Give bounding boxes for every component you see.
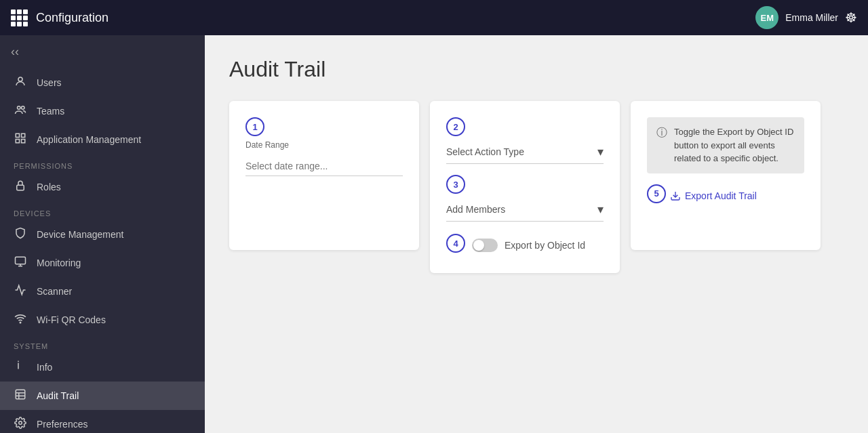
sidebar-item-roles[interactable]: Roles [0, 173, 205, 201]
app-mgmt-icon [14, 132, 27, 147]
svg-rect-6 [22, 140, 25, 143]
step-badge-4: 4 [446, 234, 465, 253]
user-name: Emma Miller [785, 12, 838, 23]
svg-rect-7 [17, 185, 24, 190]
audit-trail-icon [14, 388, 27, 403]
sidebar-label-monitoring: Monitoring [37, 257, 81, 268]
scanner-icon [14, 284, 27, 299]
svg-rect-3 [16, 133, 19, 137]
sidebar-label-device-mgmt: Device Management [37, 229, 123, 240]
svg-rect-14 [16, 390, 25, 399]
sidebar-label-info: Info [37, 362, 52, 373]
sidebar-label-audit-trail: Audit Trail [37, 390, 79, 401]
svg-point-18 [19, 421, 22, 425]
sidebar-label-teams: Teams [37, 106, 64, 117]
sidebar-label-wifi-qr: Wi-Fi QR Codes [37, 314, 106, 325]
roles-icon [14, 180, 27, 194]
sidebar-item-wifi-qr[interactable]: Wi-Fi QR Codes [0, 306, 205, 334]
teams-icon [14, 104, 27, 119]
sidebar-label-users: Users [37, 77, 62, 88]
sidebar-item-audit-trail[interactable]: Audit Trail [0, 382, 205, 410]
main-layout: ‹‹ Users Teams Application Management PE… [0, 35, 868, 433]
card-date-range: 1 Date Range [229, 101, 419, 250]
topbar-right: EM Emma Miller ☸ [755, 6, 857, 29]
export-by-object-row: 4 Export by Object Id [446, 234, 604, 257]
step-badge-5: 5 [647, 184, 666, 203]
info-text: Toggle the Export by Object ID button to… [674, 125, 795, 165]
svg-rect-5 [16, 140, 19, 143]
devices-label: DEVICES [0, 201, 205, 220]
sidebar-item-users[interactable]: Users [0, 68, 205, 97]
sidebar: ‹‹ Users Teams Application Management PE… [0, 35, 205, 433]
export-object-toggle[interactable] [472, 239, 498, 252]
date-range-label: Date Range [245, 140, 403, 150]
info-box: ⓘ Toggle the Export by Object ID button … [647, 117, 804, 173]
topbar-left: Configuration [11, 9, 108, 26]
topbar: Configuration EM Emma Miller ☸ [0, 0, 868, 35]
sidebar-collapse-button[interactable]: ‹‹ [0, 35, 205, 68]
add-members-dropdown[interactable]: Add Members ▾ [446, 198, 604, 222]
main-content: Audit Trail 1 Date Range 2 Select Action… [205, 35, 868, 433]
svg-point-11 [20, 322, 21, 323]
users-icon [14, 75, 27, 90]
preferences-icon [14, 417, 27, 432]
monitoring-icon [14, 255, 27, 270]
action-type-label: Select Action Type [446, 146, 524, 157]
sidebar-label-scanner: Scanner [37, 286, 72, 297]
action-type-arrow-icon: ▾ [597, 144, 604, 159]
step-badge-3: 3 [446, 175, 465, 194]
info-icon [14, 360, 27, 375]
sidebar-item-app-mgmt[interactable]: Application Management [0, 125, 205, 154]
card-action: 2 Select Action Type ▾ 3 Add Members ▾ 4 [430, 101, 620, 273]
add-members-arrow-icon: ▾ [597, 202, 604, 217]
svg-rect-4 [22, 133, 25, 137]
page-title: Audit Trail [229, 57, 844, 82]
info-circle-icon: ⓘ [656, 126, 667, 140]
step-badge-2: 2 [446, 117, 465, 136]
export-object-label: Export by Object Id [505, 240, 585, 251]
svg-point-0 [18, 77, 22, 81]
add-members-label: Add Members [446, 204, 505, 215]
sidebar-label-roles: Roles [37, 182, 61, 192]
sidebar-item-scanner[interactable]: Scanner [0, 277, 205, 306]
sidebar-item-info[interactable]: Info [0, 353, 205, 382]
grid-icon[interactable] [11, 9, 28, 26]
svg-point-2 [22, 106, 25, 110]
sidebar-item-monitoring[interactable]: Monitoring [0, 249, 205, 277]
date-range-input[interactable] [245, 157, 403, 176]
device-mgmt-icon [14, 227, 27, 242]
app-title: Configuration [36, 11, 108, 25]
sidebar-item-teams[interactable]: Teams [0, 97, 205, 125]
sidebar-label-app-mgmt: Application Management [37, 134, 141, 145]
wifi-icon [14, 312, 27, 327]
permissions-label: PERMISSIONS [0, 154, 205, 173]
step-badge-1: 1 [245, 117, 264, 136]
svg-rect-8 [16, 257, 26, 264]
cards-row: 1 Date Range 2 Select Action Type ▾ 3 Ad… [229, 101, 844, 273]
sidebar-label-preferences: Preferences [37, 419, 87, 430]
download-icon [670, 190, 681, 201]
help-icon[interactable]: ☸ [845, 9, 857, 26]
avatar: EM [755, 6, 778, 29]
export-audit-trail-button[interactable]: Export Audit Trail [670, 186, 757, 205]
action-type-dropdown[interactable]: Select Action Type ▾ [446, 140, 604, 164]
export-button-label: Export Audit Trail [685, 190, 757, 201]
sidebar-item-preferences[interactable]: Preferences [0, 410, 205, 433]
card-export: ⓘ Toggle the Export by Object ID button … [631, 101, 821, 250]
system-label: SYSTEM [0, 334, 205, 353]
sidebar-item-device-mgmt[interactable]: Device Management [0, 220, 205, 249]
svg-point-1 [18, 106, 21, 110]
